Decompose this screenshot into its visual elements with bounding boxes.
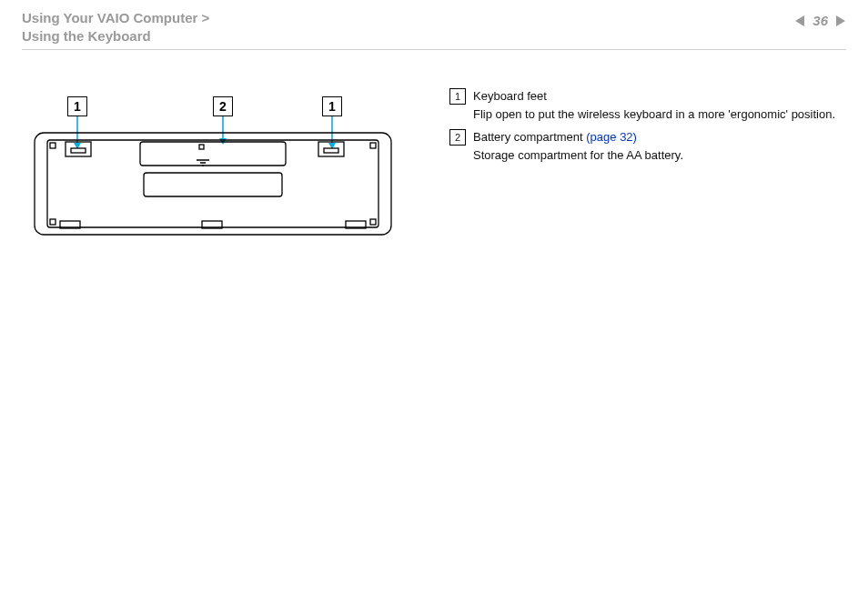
page-nav: 36 — [794, 13, 846, 28]
prev-page-icon[interactable] — [794, 15, 807, 27]
svg-marker-0 — [795, 15, 804, 26]
callout-1-left: 1 — [67, 96, 87, 116]
page-ref-link[interactable]: (page 32) — [586, 130, 637, 144]
svg-rect-17 — [324, 148, 338, 153]
next-page-icon[interactable] — [833, 15, 846, 27]
svg-marker-1 — [836, 15, 845, 26]
list-item: 2 Battery compartment (page 32) Storage … — [449, 128, 846, 164]
svg-rect-20 — [144, 173, 282, 196]
breadcrumb-line1: Using Your VAIO Computer > — [22, 10, 209, 25]
svg-rect-13 — [370, 219, 376, 225]
svg-rect-12 — [50, 219, 56, 225]
callout-1-right: 1 — [322, 96, 342, 116]
breadcrumb-line2: Using the Keyboard — [22, 28, 151, 44]
svg-rect-11 — [370, 143, 376, 148]
item-desc: Flip open to put the wireless keyboard i… — [473, 106, 846, 124]
item-title: Battery compartment — [473, 130, 586, 144]
header-divider — [22, 49, 846, 50]
svg-rect-18 — [140, 142, 286, 166]
item-desc: Storage compartment for the AA battery. — [473, 146, 846, 165]
item-number-box: 2 — [449, 129, 466, 146]
breadcrumb: Using Your VAIO Computer > Using the Key… — [22, 9, 209, 45]
svg-rect-19 — [199, 145, 204, 149]
callout-2: 2 — [213, 96, 233, 116]
svg-rect-15 — [71, 148, 86, 153]
item-title: Keyboard feet — [473, 89, 547, 103]
list-item: 1 Keyboard feet Flip open to put the wir… — [449, 87, 846, 123]
page-number: 36 — [812, 13, 828, 28]
item-number-box: 1 — [449, 88, 466, 105]
svg-rect-10 — [50, 143, 56, 148]
keyboard-diagram: 1 2 1 — [22, 87, 413, 246]
description-list: 1 Keyboard feet Flip open to put the wir… — [449, 87, 846, 246]
